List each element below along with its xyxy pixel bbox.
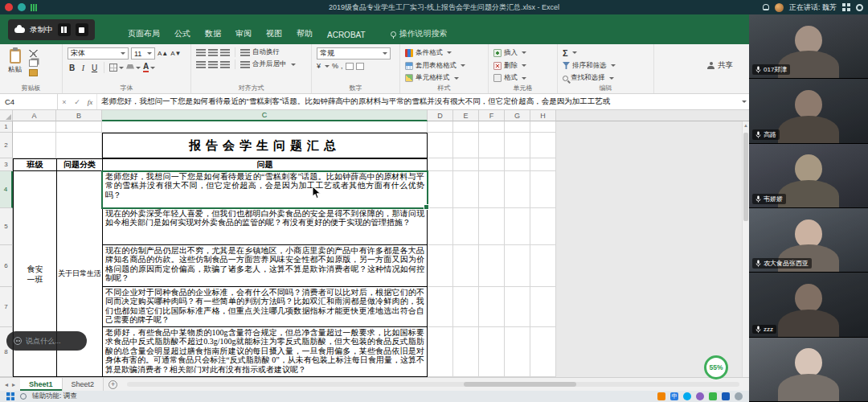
search-circle-icon[interactable] <box>20 393 27 400</box>
cell[interactable] <box>530 327 556 377</box>
question-cell[interactable]: 现在的外卖深受年轻人喜爱，但我们也都明白外卖食品的安全是得不到保障的，那请问现如… <box>103 208 427 245</box>
cell[interactable] <box>530 208 556 245</box>
participant-video[interactable]: 017郑津 <box>749 14 868 79</box>
row-header-5[interactable]: 5 <box>0 208 13 245</box>
column-header-g[interactable]: G <box>505 110 530 121</box>
cell[interactable] <box>530 287 556 327</box>
tray-icon-6[interactable] <box>735 392 743 400</box>
scrollbar-thumb[interactable] <box>743 133 748 221</box>
borders-button[interactable] <box>109 62 124 73</box>
cell[interactable] <box>428 327 453 377</box>
question-cell[interactable]: 现在的仿制产品仍层出不穷，尤其是在乡镇地区，小商店里卖的产品中有许多都是各大品牌… <box>103 245 427 287</box>
cell[interactable] <box>428 287 453 327</box>
tray-icon-5[interactable] <box>722 392 730 400</box>
enter-icon[interactable]: ✓ <box>71 94 84 109</box>
format-as-table-button[interactable]: 套用表格格式 <box>405 60 483 72</box>
vertical-scrollbar[interactable]: ▲ <box>742 121 749 377</box>
cell[interactable] <box>530 133 556 158</box>
participant-video[interactable]: 韦娇娇 <box>749 144 868 208</box>
cell[interactable] <box>453 327 479 377</box>
tab-page-layout[interactable]: 页面布局 <box>121 25 167 44</box>
question-cell[interactable]: 不同企业对于同种食品的企业标准，会有什么不同吗？消费者可以比对后，根据它们的不同… <box>103 287 427 327</box>
tab-review[interactable]: 审阅 <box>228 25 259 44</box>
select-all-corner[interactable] <box>0 110 13 121</box>
fill-color-button[interactable] <box>126 62 141 73</box>
settings-icon[interactable] <box>856 4 863 11</box>
sheet-prev-icon[interactable]: ◂ <box>5 381 8 388</box>
column-header-a[interactable]: A <box>13 110 56 121</box>
cell[interactable] <box>102 121 428 133</box>
sort-filter-button[interactable]: 排序和筛选 <box>563 60 649 72</box>
cell[interactable] <box>505 121 530 133</box>
cell[interactable] <box>530 245 556 287</box>
column-header-b[interactable]: B <box>56 110 102 121</box>
formula-input[interactable]: 老师您好，我想问一下您是如何看待最近的“雪糕刺客”话题。比如钟薛高中的原材料与平… <box>96 94 738 109</box>
cell[interactable] <box>505 327 530 377</box>
merge-center-icon[interactable] <box>240 61 250 68</box>
cut-icon[interactable] <box>29 50 38 57</box>
cell[interactable] <box>479 121 505 133</box>
cell[interactable] <box>505 133 530 158</box>
tab-formulas[interactable]: 公式 <box>167 25 198 44</box>
sheet-tab-sheet1[interactable]: Sheet1 <box>20 378 63 391</box>
cell[interactable] <box>453 171 479 208</box>
currency-format-button[interactable]: ¥ <box>317 62 321 70</box>
tab-data[interactable]: 数据 <box>198 25 228 44</box>
formula-expand-button[interactable] <box>738 94 749 109</box>
cell[interactable] <box>505 208 530 245</box>
bold-button[interactable]: B <box>68 62 76 73</box>
cell[interactable] <box>428 208 453 245</box>
tab-acrobat[interactable]: ACROBAT <box>320 27 373 44</box>
cell[interactable] <box>56 121 102 133</box>
conditional-formatting-button[interactable]: 条件格式 <box>405 47 483 59</box>
cell[interactable] <box>505 158 530 171</box>
cell[interactable] <box>479 208 505 245</box>
insert-cells-button[interactable]: 插入 <box>493 47 552 59</box>
increase-decimal-icon[interactable] <box>346 63 354 70</box>
cell[interactable] <box>453 287 479 327</box>
tray-icon-2[interactable] <box>683 392 691 400</box>
cell[interactable] <box>530 121 556 133</box>
font-name-select[interactable]: 宋体 <box>68 47 129 59</box>
layout-grid-icon[interactable] <box>842 3 850 11</box>
comma-format-button[interactable]: , <box>341 62 343 70</box>
cell[interactable] <box>428 133 453 158</box>
decrease-font-icon[interactable]: A▼ <box>170 48 181 59</box>
chat-input[interactable]: 说点什么... <box>6 331 87 351</box>
tray-icon-3[interactable] <box>696 392 704 400</box>
column-header-e[interactable]: E <box>453 110 479 121</box>
font-size-select[interactable]: 11 <box>131 47 155 59</box>
tray-icon-1[interactable] <box>657 392 665 400</box>
tab-help[interactable]: 帮助 <box>289 25 320 44</box>
cell[interactable] <box>530 171 556 208</box>
decrease-decimal-icon[interactable] <box>356 63 364 70</box>
column-header-f[interactable]: F <box>479 110 505 121</box>
percent-format-button[interactable]: % <box>332 62 338 70</box>
row-header-3[interactable]: 3 <box>0 158 13 171</box>
question-cell[interactable]: 老师好，有些食品中某物质的100g含量符合规定，但总净含量超过一般要求，比如国标… <box>103 327 427 377</box>
row-header-6[interactable]: 6 <box>0 245 13 287</box>
sheet-next-icon[interactable]: ▸ <box>12 381 15 388</box>
column-header-c[interactable]: C <box>102 110 428 121</box>
sheet-tab-sheet2[interactable]: Sheet2 <box>63 378 104 391</box>
ime-icon[interactable]: 中 <box>670 392 678 400</box>
delete-cells-button[interactable]: 删除 <box>493 60 552 72</box>
scroll-up-icon[interactable]: ▲ <box>743 123 749 128</box>
row-header-1[interactable]: 1 <box>0 121 13 133</box>
autosum-button[interactable]: Σ <box>563 47 649 59</box>
add-sheet-icon[interactable]: + <box>108 380 117 389</box>
participant-video[interactable]: 高路 <box>749 79 868 143</box>
align-top-icon[interactable] <box>196 49 206 56</box>
cell[interactable] <box>428 245 453 287</box>
bell-icon[interactable] <box>763 4 769 10</box>
stop-recording-button[interactable] <box>76 23 88 36</box>
format-painter-icon[interactable] <box>29 69 38 76</box>
align-bottom-icon[interactable] <box>220 49 230 56</box>
underline-button[interactable]: U <box>90 62 99 73</box>
number-format-select[interactable]: 常规 <box>317 47 391 59</box>
cell[interactable] <box>453 245 479 287</box>
paste-button[interactable]: 粘贴 <box>5 47 25 84</box>
cell[interactable] <box>428 171 453 208</box>
align-left-icon[interactable] <box>196 61 206 68</box>
cell[interactable] <box>505 287 530 327</box>
